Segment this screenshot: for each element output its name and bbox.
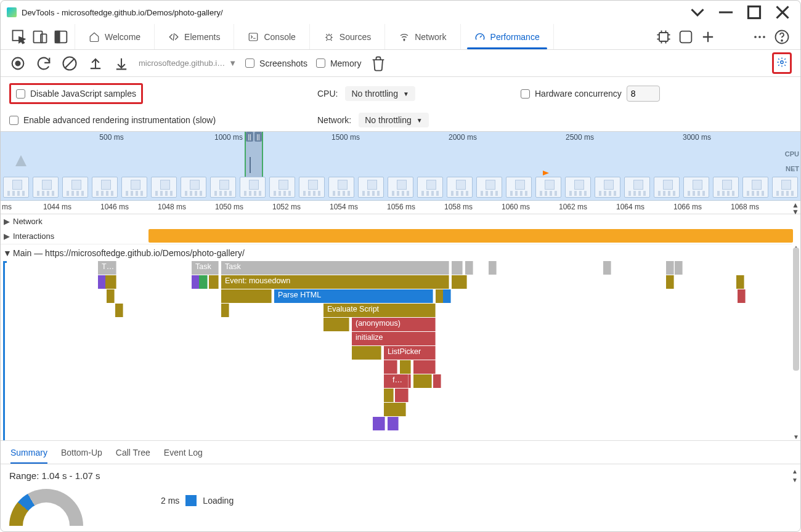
profile-host-select[interactable]: microsoftedge.github.i… ▼ xyxy=(139,58,237,68)
hardware-concurrency-input[interactable] xyxy=(627,86,660,102)
flame-eval-script[interactable]: Evaluate Script xyxy=(323,304,436,317)
tab-performance[interactable]: Performance xyxy=(461,24,554,49)
screenshot-thumb[interactable] xyxy=(240,177,266,198)
flame-block[interactable] xyxy=(459,275,467,289)
screenshot-thumb[interactable] xyxy=(535,177,561,198)
flame-parse-html[interactable]: Parse HTML xyxy=(274,289,433,303)
screenshot-thumb[interactable] xyxy=(476,177,502,198)
flame-block[interactable] xyxy=(443,289,451,303)
screenshot-thumb[interactable] xyxy=(388,177,413,198)
download-icon[interactable] xyxy=(113,55,130,72)
hardware-concurrency-checkbox[interactable]: Hardware concurrency xyxy=(521,89,622,99)
interaction-bar[interactable] xyxy=(148,229,793,243)
flame-block[interactable] xyxy=(603,261,611,275)
screenshot-filmstrip[interactable] xyxy=(3,177,798,200)
screenshot-thumb[interactable] xyxy=(417,177,443,198)
tab-bottom-up[interactable]: Bottom-Up xyxy=(61,441,102,464)
chevron-down-icon[interactable] xyxy=(686,1,709,24)
screenshot-thumb[interactable] xyxy=(595,177,620,198)
flame-block[interactable] xyxy=(738,289,746,303)
flame-block[interactable] xyxy=(105,275,116,289)
flame-block[interactable] xyxy=(489,261,497,275)
timeline-overview[interactable]: 500 ms1000 ms1500 ms2000 ms2500 ms3000 m… xyxy=(1,132,800,201)
scroll-down-icon[interactable]: ▼ xyxy=(792,477,798,483)
disable-js-samples-checkbox[interactable]: Disable JavaScript samples xyxy=(16,89,136,99)
flame-block[interactable] xyxy=(400,360,411,374)
cpu-throttling-select[interactable]: No throttling ▼ xyxy=(345,86,415,101)
flame-task[interactable]: Task xyxy=(192,261,219,275)
network-throttling-select[interactable]: No throttling ▼ xyxy=(359,113,428,127)
flame-event[interactable]: Event: mousedown xyxy=(221,275,449,289)
screenshot-thumb[interactable] xyxy=(624,177,650,198)
screenshot-thumb[interactable] xyxy=(181,177,206,198)
flame-block[interactable] xyxy=(413,374,432,388)
flame-block[interactable] xyxy=(209,275,219,289)
tab-network[interactable]: Network xyxy=(385,24,460,49)
enable-paint-instrumentation-checkbox[interactable]: Enable advanced rendering instrumentatio… xyxy=(9,115,317,125)
memory-chip-icon[interactable] xyxy=(655,28,672,46)
flame-chart-area[interactable]: ▶Network ▶Interactions ▼Main — https://m… xyxy=(1,214,800,441)
screenshot-thumb[interactable] xyxy=(683,177,709,198)
flame-initialize[interactable]: initialize xyxy=(352,332,436,345)
screenshot-thumb[interactable] xyxy=(92,177,118,198)
screenshot-thumb[interactable] xyxy=(62,177,88,198)
overview-selection-handle[interactable]: |||| xyxy=(245,132,263,177)
flame-block[interactable] xyxy=(465,261,473,275)
network-track-header[interactable]: ▶Network xyxy=(1,214,800,229)
flame-block[interactable] xyxy=(395,389,409,402)
screenshot-thumb[interactable] xyxy=(506,177,532,198)
flame-block[interactable] xyxy=(373,417,385,430)
window-minimize-button[interactable] xyxy=(714,1,738,24)
screenshot-thumb[interactable] xyxy=(358,177,384,198)
flame-block[interactable] xyxy=(675,261,683,275)
add-tab-icon[interactable] xyxy=(699,28,717,46)
clear-icon[interactable] xyxy=(61,55,78,72)
help-icon[interactable] xyxy=(773,28,791,46)
flame-block[interactable] xyxy=(221,304,229,317)
flame-listpicker[interactable]: ListPicker xyxy=(384,346,436,360)
window-maximize-button[interactable] xyxy=(742,1,766,24)
panel-icon[interactable] xyxy=(677,28,694,46)
flame-block[interactable] xyxy=(359,346,381,360)
tab-sources[interactable]: Sources xyxy=(310,24,385,49)
flame-block[interactable] xyxy=(323,318,349,331)
main-track-header[interactable]: ▼Main — https://microsoftedge.github.io/… xyxy=(1,244,800,261)
screenshot-thumb[interactable] xyxy=(565,177,591,198)
flame-anonymous[interactable]: (anonymous) xyxy=(352,318,436,331)
tab-call-tree[interactable]: Call Tree xyxy=(116,441,150,464)
vertical-scrollbar[interactable]: ▲ ▼ xyxy=(792,244,800,440)
screenshot-thumb[interactable] xyxy=(210,177,236,198)
scrollbar-thumb[interactable] xyxy=(793,248,799,371)
flame-block[interactable] xyxy=(736,275,744,289)
flame-task[interactable]: T… xyxy=(98,261,116,275)
tab-console[interactable]: Console xyxy=(234,24,309,49)
flame-block[interactable] xyxy=(384,389,394,402)
reload-icon[interactable] xyxy=(35,55,52,72)
drag-handle-icon[interactable]: || xyxy=(254,132,262,142)
screenshot-thumb[interactable] xyxy=(33,177,59,198)
flame-block[interactable] xyxy=(433,374,441,388)
flame-block[interactable] xyxy=(221,289,272,303)
flame-block[interactable] xyxy=(413,360,436,374)
window-close-button[interactable] xyxy=(771,1,794,24)
screenshots-checkbox[interactable]: Screenshots xyxy=(245,58,307,68)
capture-settings-button[interactable] xyxy=(772,52,792,74)
flame-block[interactable] xyxy=(452,261,463,275)
tab-event-log[interactable]: Event Log xyxy=(164,441,203,464)
screenshot-thumb[interactable] xyxy=(269,177,295,198)
device-toggle-icon[interactable] xyxy=(31,28,49,46)
flame-block[interactable] xyxy=(384,403,406,416)
flame-block[interactable] xyxy=(199,275,208,289)
screenshot-thumb[interactable] xyxy=(299,177,325,198)
drag-handle-icon[interactable]: || xyxy=(246,132,253,142)
screenshot-thumb[interactable] xyxy=(151,177,177,198)
screenshot-thumb[interactable] xyxy=(447,177,473,198)
flame-task[interactable]: Task xyxy=(221,261,449,275)
memory-checkbox[interactable]: Memory xyxy=(316,58,362,68)
record-icon[interactable] xyxy=(9,55,26,72)
tab-summary[interactable]: Summary xyxy=(10,441,47,464)
flame-block[interactable] xyxy=(115,304,123,317)
inspect-element-icon[interactable] xyxy=(10,28,28,46)
flame-block[interactable] xyxy=(107,289,115,303)
upload-icon[interactable] xyxy=(87,55,104,72)
